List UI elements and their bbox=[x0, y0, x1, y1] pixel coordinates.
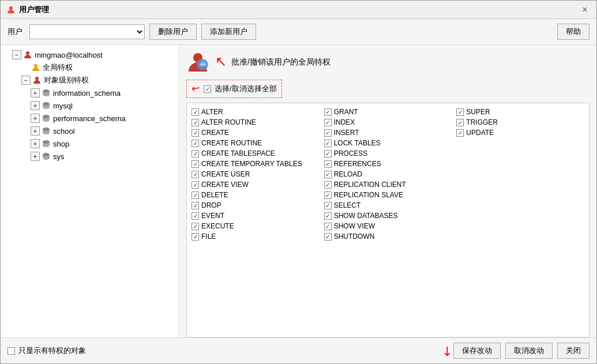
privilege-checkbox-execute[interactable] bbox=[192, 223, 199, 230]
user-icon bbox=[22, 50, 33, 60]
close-window-button[interactable]: × bbox=[579, 4, 591, 16]
privilege-checkbox-insert[interactable] bbox=[324, 129, 332, 137]
privilege-label: EVENT bbox=[201, 212, 224, 220]
privilege-checkbox-create-user[interactable] bbox=[192, 171, 199, 178]
global-priv-label: 全局特权 bbox=[43, 62, 73, 73]
privilege-item: LOCK TABLES bbox=[322, 138, 455, 148]
privilege-checkbox-create-routine[interactable] bbox=[192, 140, 199, 147]
tree-toggle-root[interactable]: − bbox=[12, 50, 21, 59]
tree-db-school[interactable]: + school bbox=[1, 125, 179, 137]
tree-toggle-db6[interactable]: + bbox=[31, 152, 40, 161]
privilege-item: CREATE USER bbox=[189, 169, 322, 179]
privilege-label: ALTER bbox=[201, 108, 223, 116]
privilege-label: INSERT bbox=[334, 129, 359, 137]
svg-point-0 bbox=[9, 6, 13, 10]
bottom-left: 只显示有特权的对象 bbox=[7, 346, 437, 356]
privilege-checkbox-create-view[interactable] bbox=[192, 181, 199, 189]
svg-point-1 bbox=[26, 51, 29, 55]
user-dropdown[interactable] bbox=[29, 24, 145, 39]
privilege-checkbox-select[interactable] bbox=[324, 202, 332, 209]
help-button[interactable]: 帮助 bbox=[557, 24, 590, 40]
privilege-item: REFERENCES bbox=[322, 159, 455, 169]
privilege-checkbox-delete[interactable] bbox=[192, 192, 199, 199]
select-all-row: ↗ 选择/取消选择全部 bbox=[186, 80, 282, 98]
privilege-checkbox-lock-tables[interactable] bbox=[324, 140, 332, 147]
select-all-checkbox[interactable] bbox=[204, 85, 211, 93]
tree-db-sys[interactable]: + sys bbox=[1, 150, 179, 163]
privilege-checkbox-create-tablespace[interactable] bbox=[192, 150, 199, 157]
tree-root-user[interactable]: − mingmao@localhost bbox=[1, 48, 179, 61]
privilege-checkbox-create-temporary-tables[interactable] bbox=[192, 160, 199, 168]
privilege-checkbox-event[interactable] bbox=[192, 212, 199, 220]
privilege-checkbox-grant[interactable] bbox=[324, 108, 332, 116]
global-priv-icon bbox=[31, 62, 41, 73]
privilege-item: REPLICATION CLIENT bbox=[322, 179, 455, 190]
close-button[interactable]: 关闭 bbox=[557, 343, 590, 359]
bottom-buttons: ↘ 保存改动 取消改动 关闭 bbox=[442, 343, 590, 359]
privilege-item: CREATE bbox=[189, 127, 322, 138]
privilege-checkbox-replication-slave[interactable] bbox=[324, 192, 332, 199]
delete-user-button[interactable]: 删除用户 bbox=[149, 24, 197, 40]
db-icon-2 bbox=[41, 100, 51, 111]
tree-db-information_schema[interactable]: + information_schema bbox=[1, 87, 179, 99]
privilege-label: FILE bbox=[201, 232, 216, 241]
db-label-5: shop bbox=[53, 140, 69, 148]
privilege-checkbox-drop[interactable] bbox=[192, 202, 199, 209]
save-button[interactable]: 保存改动 bbox=[453, 343, 501, 359]
privilege-label: CREATE ROUTINE bbox=[201, 139, 262, 147]
privilege-checkbox-file[interactable] bbox=[192, 233, 199, 241]
privilege-label: TRIGGER bbox=[466, 118, 498, 126]
main-area: − mingmao@localhost 全局 bbox=[1, 45, 596, 337]
privilege-checkbox-alter[interactable] bbox=[192, 108, 199, 116]
only-priv-label: 只显示有特权的对象 bbox=[18, 346, 86, 356]
tree-object-priv[interactable]: − 对象级别特权 bbox=[1, 74, 179, 87]
privilege-checkbox-show-databases[interactable] bbox=[324, 212, 332, 220]
tree-global-priv[interactable]: 全局特权 bbox=[1, 61, 179, 74]
privilege-checkbox-shutdown[interactable] bbox=[324, 233, 332, 241]
tree-toggle-db1[interactable]: + bbox=[31, 88, 40, 97]
privilege-checkbox-reload[interactable] bbox=[324, 171, 332, 178]
only-priv-checkbox[interactable] bbox=[7, 347, 15, 355]
add-user-button[interactable]: 添加新用户 bbox=[201, 24, 256, 40]
privilege-checkbox-alter-routine[interactable] bbox=[192, 119, 199, 126]
privilege-checkbox-index[interactable] bbox=[324, 119, 332, 126]
privilege-item: FILE bbox=[189, 231, 322, 242]
tree-toggle-object[interactable]: − bbox=[21, 76, 31, 85]
privilege-item: ALTER bbox=[189, 107, 322, 117]
privilege-label: DELETE bbox=[201, 191, 228, 199]
privilege-label: REFERENCES bbox=[334, 160, 381, 168]
tree-toggle-db4[interactable]: + bbox=[31, 126, 40, 136]
title-bar-left: 用户管理 bbox=[6, 5, 49, 15]
privilege-item: CREATE ROUTINE bbox=[189, 138, 322, 148]
privilege-checkbox-update[interactable] bbox=[456, 129, 464, 137]
privilege-item: GRANT bbox=[322, 107, 455, 117]
privilege-label: GRANT bbox=[334, 108, 358, 116]
privilege-item: SELECT bbox=[322, 200, 455, 211]
privilege-checkbox-replication-client[interactable] bbox=[324, 181, 332, 189]
privilege-checkbox-super[interactable] bbox=[456, 108, 464, 116]
privilege-item: ALTER ROUTINE bbox=[189, 117, 322, 127]
db-label-6: sys bbox=[53, 152, 65, 161]
db-label-4: school bbox=[53, 127, 75, 136]
privilege-label: SHUTDOWN bbox=[334, 232, 375, 241]
privilege-header-icon bbox=[186, 51, 209, 74]
privilege-label: DROP bbox=[201, 201, 221, 209]
privilege-checkbox-show-view[interactable] bbox=[324, 223, 332, 230]
tree-toggle-db3[interactable]: + bbox=[31, 114, 40, 123]
tree-db-shop[interactable]: + shop bbox=[1, 137, 179, 150]
privilege-header-text: 批准/撤销该用户的全局特权 bbox=[231, 57, 331, 67]
privilege-checkbox-references[interactable] bbox=[324, 160, 332, 168]
dialog: 用户管理 × 用户 删除用户 添加新用户 帮助 − mingmao@local bbox=[0, 0, 597, 364]
privilege-checkbox-process[interactable] bbox=[324, 150, 332, 157]
user-label: 用户 bbox=[7, 27, 22, 37]
tree-toggle-db5[interactable]: + bbox=[31, 139, 40, 148]
revert-button[interactable]: 取消改动 bbox=[505, 343, 553, 359]
privilege-checkbox-trigger[interactable] bbox=[456, 119, 464, 126]
tree-db-mysql[interactable]: + mysql bbox=[1, 99, 179, 112]
privilege-label: LOCK TABLES bbox=[334, 139, 381, 147]
tree-db-performance_schema[interactable]: + performance_schema bbox=[1, 112, 179, 125]
tree-toggle-db2[interactable]: + bbox=[31, 101, 40, 110]
privilege-item: SUPER bbox=[454, 107, 587, 117]
privilege-checkbox-create[interactable] bbox=[192, 129, 199, 137]
content-area: ↙ 批准/撤销该用户的全局特权 ↗ 选择/取消选择全部 ALTERALTER R… bbox=[179, 45, 596, 337]
